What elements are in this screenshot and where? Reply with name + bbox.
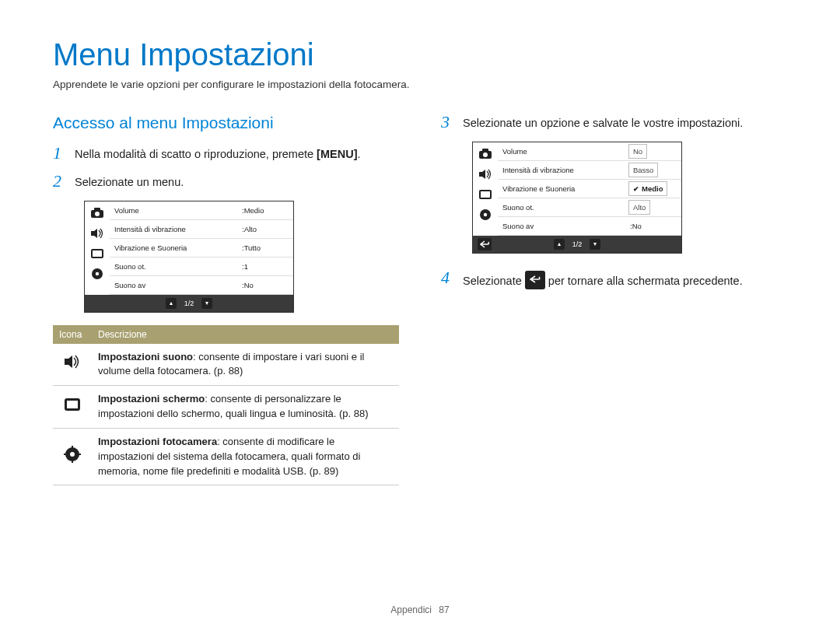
menu-keyword: [MENU] <box>317 148 357 160</box>
svg-rect-13 <box>72 446 73 449</box>
step-4-text: Selezionate per tornare alla schermata p… <box>463 269 743 290</box>
gear-icon <box>478 208 492 222</box>
page-title: Menu Impostazioni <box>53 37 787 72</box>
screen-icon <box>478 187 492 201</box>
camera-pagination-bar: ▴ 1/2 ▾ <box>85 295 293 312</box>
back-icon <box>525 271 545 289</box>
svg-rect-18 <box>482 149 488 152</box>
step-2-text: Selezionate un menu. <box>75 173 184 191</box>
table-row: Impostazioni schermo: consente di person… <box>53 386 399 429</box>
step-number-2: 2 <box>53 173 67 190</box>
table-header-icon: Icona <box>53 325 92 344</box>
step-4-part-a: Selezionate <box>463 275 525 287</box>
speaker-icon <box>90 226 104 240</box>
svg-marker-20 <box>479 170 485 179</box>
camera-menu-row: Intensità di vibrazione Basso <box>498 161 681 180</box>
svg-point-12 <box>70 452 75 457</box>
camera-menu-row: Suono ot. Alto <box>498 198 681 217</box>
svg-marker-3 <box>91 229 97 238</box>
back-button[interactable] <box>478 238 492 250</box>
page-down-icon[interactable]: ▾ <box>590 239 600 250</box>
step-number-1: 1 <box>53 145 67 162</box>
svg-point-2 <box>95 212 100 216</box>
dropdown-option[interactable]: No <box>628 144 647 159</box>
step-4-part-b: per tornare alla schermata precedente. <box>548 275 743 287</box>
camera-menu-row: Vibrazione e Suoneria:Tutto <box>110 239 293 257</box>
table-row: Impostazioni suono: consente di impostar… <box>53 344 399 386</box>
page-up-icon[interactable]: ▴ <box>166 298 177 309</box>
svg-rect-22 <box>481 191 490 198</box>
step-number-4: 4 <box>441 269 455 286</box>
dropdown-option-selected[interactable]: Medio <box>628 181 667 196</box>
gear-icon <box>90 267 104 281</box>
svg-rect-1 <box>94 208 100 211</box>
camera-menu-screenshot-1: Volume:Medio Intensità di vibrazione:Alt… <box>84 201 294 313</box>
svg-point-24 <box>484 213 487 216</box>
page-up-icon[interactable]: ▴ <box>554 239 565 250</box>
camera-menu-screenshot-2: Volume No Intensità di vibrazione Basso … <box>472 142 682 254</box>
svg-rect-14 <box>72 460 73 463</box>
page-subtitle: Apprendete le varie opzioni per configur… <box>53 79 787 90</box>
page-indicator: 1/2 <box>571 240 584 248</box>
camera-sidebar-icons <box>473 142 498 236</box>
svg-point-19 <box>483 152 488 157</box>
svg-rect-10 <box>67 401 78 408</box>
camera-menu-row: Intensità di vibrazione:Alto <box>110 220 293 239</box>
svg-rect-16 <box>78 454 81 455</box>
camera-menu-row: Volume No <box>498 142 681 161</box>
camera-icon <box>478 147 492 161</box>
footer-page-number: 87 <box>439 604 449 615</box>
svg-marker-8 <box>65 356 72 368</box>
speaker-icon <box>64 359 81 371</box>
gear-icon <box>64 454 81 465</box>
step-1-text: Nella modalità di scatto o riproduzione,… <box>75 145 361 163</box>
svg-point-7 <box>96 271 99 275</box>
camera-pagination-bar: ▴ 1/2 ▾ <box>473 236 681 253</box>
step-1-part-a: Nella modalità di scatto o riproduzione,… <box>75 148 317 160</box>
page-footer: Appendici 87 <box>0 604 840 615</box>
dropdown-option[interactable]: Basso <box>628 163 658 177</box>
screen-icon <box>90 247 104 261</box>
speaker-icon <box>478 167 492 181</box>
step-1-part-b: . <box>357 148 360 160</box>
camera-menu-row: Suono ot.:1 <box>110 257 293 276</box>
icon-description-table: Icona Descrizione Impostazioni suono: co… <box>53 325 399 486</box>
camera-menu-row: Suono av :No <box>498 217 681 236</box>
section-heading: Accesso al menu Impostazioni <box>53 114 399 132</box>
camera-icon <box>90 206 104 220</box>
svg-rect-15 <box>64 454 67 455</box>
page-down-icon[interactable]: ▾ <box>201 298 212 309</box>
footer-section: Appendici <box>390 604 432 615</box>
table-header-description: Descrizione <box>92 325 399 344</box>
step-3-text: Selezionate un opzione e salvate le vost… <box>463 114 743 132</box>
page-indicator: 1/2 <box>183 299 196 307</box>
dropdown-option[interactable]: Alto <box>628 200 650 215</box>
svg-rect-5 <box>93 250 102 257</box>
camera-menu-row: Suono av:No <box>110 276 293 295</box>
step-number-3: 3 <box>441 114 455 131</box>
camera-menu-row: Vibrazione e Suoneria Medio <box>498 180 681 198</box>
camera-sidebar-icons <box>85 201 110 295</box>
screen-icon <box>64 402 81 414</box>
table-row: Impostazioni fotocamera: consente di mod… <box>53 428 399 485</box>
camera-menu-row: Volume:Medio <box>110 201 293 220</box>
